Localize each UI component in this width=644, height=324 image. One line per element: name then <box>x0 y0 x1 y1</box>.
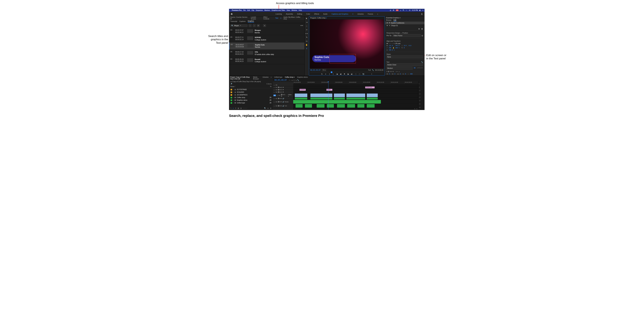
kerning[interactable]: 0 <box>389 73 390 75</box>
vo-clip[interactable] <box>337 104 345 108</box>
hand-tool-icon[interactable]: ✋ <box>306 44 308 46</box>
video-clip[interactable] <box>334 94 345 97</box>
menu-view[interactable]: View <box>286 10 290 11</box>
tracking[interactable]: 400 <box>410 73 412 75</box>
subtab-graphics[interactable]: Graphics <box>248 20 254 23</box>
timeline-timecode[interactable]: 00;03;49;07 <box>274 79 287 81</box>
type-tool-icon[interactable]: T <box>306 47 308 50</box>
export-frame-button[interactable]: 📷 <box>362 73 364 75</box>
new-bin-icon[interactable]: 🗂 <box>267 107 269 109</box>
workspace-libraries[interactable]: Libraries <box>358 13 364 15</box>
layer-shape-row[interactable]: 👁 ✎ Shape 01 <box>385 24 424 27</box>
vo-clip[interactable] <box>327 104 334 108</box>
ripple-tool-icon[interactable]: ↔ <box>306 25 308 27</box>
visibility-toggle-icon[interactable]: 👁 <box>386 22 388 24</box>
clear-search-icon[interactable]: ✕ <box>240 25 241 26</box>
video-clip[interactable] <box>295 94 307 97</box>
workspace-color[interactable]: Color <box>306 13 310 15</box>
video-clip[interactable] <box>367 94 378 97</box>
vo-clip[interactable] <box>367 104 374 108</box>
wrench-icon[interactable]: 🔧 <box>421 61 423 63</box>
vo-clip[interactable] <box>305 104 312 108</box>
graphics-list-item[interactable]: V3 00;03;27;1100;03;32;14 SOPHIE College… <box>229 35 304 42</box>
vo-clip[interactable] <box>358 104 364 108</box>
rectangle-tool-icon[interactable]: ▭ <box>306 40 308 42</box>
tab-effectcontrols[interactable]: Effect Controls <box>263 16 273 20</box>
workspace-overflow[interactable]: » <box>377 13 378 15</box>
pos-x[interactable]: 131.0 <box>389 45 393 46</box>
scale-h[interactable]: 100 % <box>395 47 400 49</box>
paragraph-align-buttons[interactable]: ≡ ≣ ≡ ≡ ≡ ⫞⫟⫠ <box>385 70 424 73</box>
selection-bounds[interactable] <box>330 54 356 64</box>
music-clip[interactable] <box>293 100 381 104</box>
menu-edit[interactable]: Edit <box>247 10 250 11</box>
seq-tab-graphics-demo[interactable]: Graphics demo <box>297 76 308 78</box>
slip-tool-icon[interactable]: ⟷ <box>306 32 308 35</box>
extract-button[interactable]: ⬚ <box>358 73 361 75</box>
track-v4[interactable]: V4 <box>276 87 277 88</box>
selection-tool-icon[interactable] <box>306 17 308 20</box>
track-v2[interactable]: V2 <box>276 91 277 93</box>
quick-export-icon[interactable] <box>421 13 423 15</box>
scale-w[interactable]: 100 <box>389 47 391 49</box>
status-clock[interactable]: 6:15 PM <box>412 10 418 11</box>
pen-tool-icon[interactable]: ✎ <box>306 36 308 39</box>
resolution-select[interactable]: Full <box>368 69 371 71</box>
subtab-transcript[interactable]: Transcript <box>230 21 237 22</box>
timeline-tracks[interactable]: 00;03;28;0600;03;36;0600;03;44;0600;03;5… <box>293 82 418 110</box>
menu-file[interactable]: File <box>243 10 246 11</box>
graphics-list-item[interactable]: V4 00;04;17;1000;04;24;15 72% Of adults … <box>229 50 304 57</box>
seq-tab-coffee[interactable]: Coffee shop ≡ <box>285 76 294 78</box>
align-buttons[interactable]: ▣ ⫞ ⫟ ⫠ ⫤ | ⬒ ⬓ ⬕ <box>385 42 424 45</box>
audio-clip[interactable] <box>310 98 332 100</box>
clip-v3-mea[interactable]: fx Mea <box>326 89 332 91</box>
freeform-view-icon[interactable]: ▧ <box>240 107 242 109</box>
workspace-effects[interactable]: Effects <box>314 13 319 15</box>
disclosure-icon[interactable]: › <box>233 102 234 104</box>
project-item[interactable]: › 🗀 01 FOOTAGE <box>229 88 273 91</box>
icon-view-icon[interactable]: ▦ <box>238 107 239 109</box>
graphics-list-item[interactable]: V3 00;02;37;0700;02;44;11 Meagan Barista <box>229 28 304 35</box>
new-layer-icon[interactable]: 🗎 <box>418 28 420 30</box>
razor-tool-icon[interactable]: ✂ <box>306 29 308 31</box>
pin-widget-icon[interactable]: ⊡ <box>422 35 423 37</box>
pin-to-select[interactable]: Video Frame <box>392 34 420 37</box>
audio-clip[interactable] <box>295 98 307 100</box>
menu-window[interactable]: Window <box>292 10 297 11</box>
video-clip[interactable] <box>346 94 365 97</box>
clip-v3-sophie[interactable]: fx SOPHI <box>300 89 306 91</box>
workspace-editing[interactable]: Editing <box>297 13 302 15</box>
project-item[interactable]: › ≣ Graphics demo 29 <box>229 99 273 102</box>
menu-help[interactable]: Help <box>299 10 302 11</box>
audio-clip[interactable] <box>346 98 365 100</box>
tab-project[interactable]: Project: Copy of Coffe Shop Day in the L… <box>230 76 251 80</box>
trash-icon[interactable]: 🗑 <box>270 107 272 109</box>
layer-text-row[interactable]: 👁 T Sophie CutsBarista <box>385 22 424 24</box>
rotation[interactable]: 0 <box>404 47 404 49</box>
status-controlcenter-icon[interactable]: ☰ <box>409 10 410 11</box>
visibility-toggle-icon[interactable]: 👁 <box>386 25 388 27</box>
new-item-icon[interactable]: ✎ <box>230 107 232 109</box>
tab-source[interactable]: Source: Counter Service 01 <box>230 16 248 20</box>
anchor-x[interactable]: 0.0 <box>404 45 406 46</box>
go-to-in-button[interactable]: |◀ <box>336 73 338 75</box>
play-button[interactable] <box>344 73 346 75</box>
button-editor-icon[interactable]: + <box>371 73 373 75</box>
vo-clip[interactable] <box>296 104 302 108</box>
status-wifi-icon[interactable]: ⏚ <box>400 10 401 11</box>
filter-button[interactable]: ▾ <box>263 24 266 27</box>
opacity[interactable]: 100.0 % <box>389 49 395 51</box>
track-select-tool-icon[interactable]: ⇥ <box>306 21 308 24</box>
lift-button[interactable]: ⬚ <box>355 73 357 75</box>
track-v1[interactable]: V1 <box>278 95 280 96</box>
workspace-francis[interactable]: Francis <box>368 13 373 15</box>
tab-text[interactable]: Text <box>275 17 278 19</box>
font-select[interactable]: Adobe Clean <box>386 63 423 66</box>
replace-button[interactable]: ⟳ <box>257 24 260 27</box>
disclosure-icon[interactable]: › <box>233 97 234 98</box>
vo-clip[interactable] <box>317 104 324 108</box>
menu-markers[interactable]: Markers <box>264 10 270 11</box>
eg-tab-browse[interactable]: Browse <box>386 19 391 22</box>
col-name[interactable]: Name ˄ <box>230 86 236 87</box>
status-dnd-icon[interactable]: ☾ <box>406 10 408 11</box>
